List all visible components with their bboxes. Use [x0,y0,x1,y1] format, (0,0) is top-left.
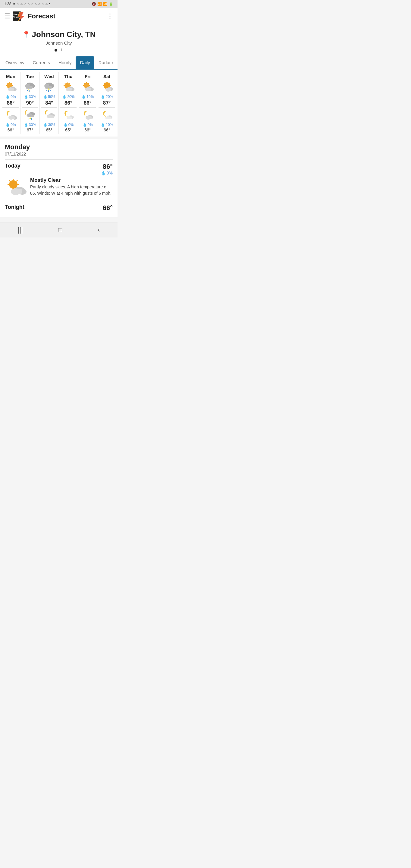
day-name-fri: Fri [78,74,96,79]
svg-rect-86 [106,88,111,91]
add-location-icon[interactable]: + [60,47,63,53]
day-columns: Mon 💧0% [1,72,116,134]
day-col-wed[interactable]: Wed 💧50% 84° [40,72,59,134]
day-col-tue[interactable]: Tue 💧30% 90° [21,72,40,134]
location-city: Johnson City, TN [32,30,96,39]
logo-area: Storm Team Forecast [13,11,107,22]
hamburger-menu-icon[interactable]: ☰ [4,12,10,20]
signal-icon: 📶 [103,2,107,6]
svg-rect-75 [86,116,92,119]
night-icon-thu [59,109,77,121]
home-icon[interactable]: □ [58,226,62,234]
day-icon-fri [78,81,96,93]
snowflake-icon: ❄ [12,2,15,6]
day-icon-tue [21,81,39,93]
day-name-tue: Tue [21,74,39,79]
drop-icon: 💧 [101,170,106,176]
tonight-temp: 66° [103,204,113,212]
tonight-temp-area: 66° [103,204,113,212]
day-precip-mon: 💧0% [2,95,20,99]
app-title: Forecast [28,12,56,20]
night-temp-thu: 65° [59,127,77,132]
night-precip-fri: 💧0% [78,123,96,127]
detail-section: Monday 07/11/2022 Today 86° 💧 0% [0,139,118,217]
night-precip-tue: 💧30% [21,123,39,127]
tab-overview[interactable]: Overview [1,56,29,70]
day-col-thu[interactable]: Thu 💧20% [59,72,78,134]
night-temp-tue: 67° [21,127,39,132]
day-temp-tue: 90° [21,100,39,106]
day-precip-tue: 💧30% [21,95,39,99]
overflow-menu-icon[interactable]: ⋮ [107,12,113,20]
night-icon-wed [40,109,58,121]
location-area: 📍 Johnson City, TN Johnson City + [0,25,118,56]
tonight-label: Tonight [5,204,24,210]
day-name-mon: Mon [2,74,20,79]
warning-icons: ⚠ ⚠ ⚠ ⚠ ⚠ ⚠ ⚠ ⚠ ⚠ [17,2,48,6]
tonight-period-row: Tonight 66° [5,204,113,212]
tab-currents[interactable]: Currents [29,56,55,70]
location-pin-icon: 📍 [22,31,30,38]
night-icon-fri [78,109,96,121]
dot-status: • [49,2,50,6]
svg-line-68 [88,83,89,84]
day-precip-sat: 💧20% [98,95,116,99]
daily-grid: Mon 💧0% [0,70,118,136]
day-name-wed: Wed [40,74,58,79]
today-desc-text: Mostly Clear Partly cloudy skies. A high… [30,177,113,196]
mute-icon: 🔇 [92,2,96,6]
today-period-row: Today 86° 💧 0% [5,163,113,176]
svg-rect-60 [67,117,72,119]
tab-bar: Overview Currents Hourly Daily Radar › [0,56,118,70]
day-col-mon[interactable]: Mon 💧0% [1,72,21,134]
night-precip-mon: 💧0% [2,123,20,127]
svg-line-66 [84,83,85,84]
recent-apps-icon[interactable]: ||| [18,226,23,234]
status-left: 1:38 ❄ ⚠ ⚠ ⚠ ⚠ ⚠ ⚠ ⚠ ⚠ ⚠ • [4,2,50,6]
wifi-icon: 📶 [97,2,102,6]
day-col-sat[interactable]: Sat 💧20% [97,72,116,134]
bottom-nav: ||| □ ‹ [0,222,118,238]
night-precip-thu: 💧0% [59,123,77,127]
today-condition-title: Mostly Clear [30,177,113,183]
svg-line-53 [69,83,70,84]
today-precip: 💧 0% [101,170,113,176]
svg-rect-45 [47,116,54,118]
day-name-sat: Sat [98,74,116,79]
day-icon-wed [40,81,58,93]
status-right: 🔇 📶 📶 🔋 [92,2,113,6]
day-temp-mon: 86° [2,100,20,106]
svg-rect-89 [105,117,111,119]
tab-radar[interactable]: Radar › [94,56,118,70]
day-icon-mon [2,81,20,93]
night-temp-fri: 66° [78,127,96,132]
day-precip-wed: 💧50% [40,95,58,99]
location-dots: + [3,47,115,53]
day-col-fri[interactable]: Fri 💧10% [78,72,97,134]
svg-rect-57 [66,88,72,91]
dot-active [55,49,57,52]
svg-rect-31 [27,115,34,117]
svg-line-81 [104,83,104,84]
day-name-thu: Thu [59,74,77,79]
day-precip-thu: 💧20% [59,95,77,99]
night-precip-wed: 💧30% [40,123,58,127]
svg-line-51 [65,83,65,84]
day-icon-thu [59,81,77,93]
today-temp-area: 86° 💧 0% [101,163,113,176]
tab-daily[interactable]: Daily [76,56,94,70]
back-icon[interactable]: ‹ [98,226,100,234]
svg-line-83 [109,83,110,84]
night-temp-sat: 66° [98,127,116,132]
night-temp-wed: 65° [40,127,58,132]
day-temp-sat: 87° [98,100,116,106]
svg-rect-16 [8,88,14,91]
today-desc-area: Mostly Clear Partly cloudy skies. A high… [5,177,113,198]
detail-day-date: 07/11/2022 [5,152,113,156]
night-precip-sat: 💧10% [98,123,116,127]
today-label: Today [5,163,21,169]
svg-point-90 [9,180,18,189]
night-icon-sat [98,109,116,121]
day-temp-thu: 86° [59,100,77,106]
tab-hourly[interactable]: Hourly [54,56,76,70]
